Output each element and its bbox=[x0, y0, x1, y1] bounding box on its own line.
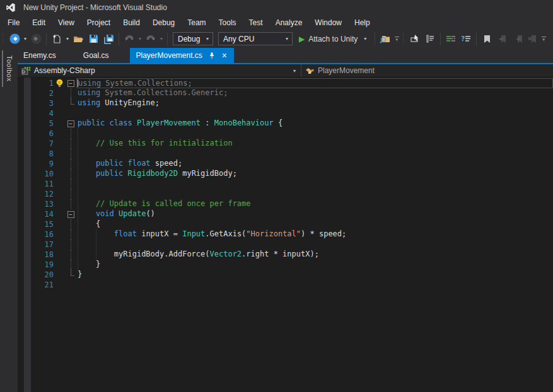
code-line[interactable]: 7 // Use this for initialization bbox=[18, 139, 553, 149]
code-text[interactable]: float inputX = Input.GetAxis("Horizontal… bbox=[76, 229, 553, 239]
code-line[interactable]: 9 public float speed; bbox=[18, 159, 553, 169]
member-dropdown-value: PlayerMovement bbox=[318, 66, 375, 75]
project-dropdown[interactable]: Assembly-CSharp ▾ bbox=[18, 64, 301, 77]
code-line[interactable]: 15 { bbox=[18, 219, 553, 229]
code-token: myRigidBody.AddForce( bbox=[78, 250, 210, 258]
toolbar-overflow-icon[interactable]: ▾ bbox=[540, 37, 547, 41]
menu-item-help[interactable]: Help bbox=[348, 16, 376, 29]
forward-icon[interactable] bbox=[29, 32, 43, 46]
toolbox-tab[interactable]: Toolbox bbox=[2, 50, 15, 87]
code-line[interactable]: 21 bbox=[18, 280, 553, 290]
undo-dropdown-caret[interactable]: ▾ bbox=[137, 36, 143, 42]
collapse-region-icon[interactable]: − bbox=[67, 211, 74, 218]
toolbar-grip[interactable] bbox=[2, 33, 4, 45]
undo-icon[interactable] bbox=[122, 32, 136, 46]
menu-item-debug[interactable]: Debug bbox=[146, 16, 181, 29]
code-line[interactable]: 18 myRigidBody.AddForce(Vector2.right * … bbox=[18, 250, 553, 260]
code-line[interactable]: 10 public Rigidbody2D myRigidBody; bbox=[18, 169, 553, 179]
close-icon[interactable]: × bbox=[220, 52, 229, 59]
code-line[interactable]: 6 bbox=[18, 129, 553, 139]
menu-item-team[interactable]: Team bbox=[181, 16, 212, 29]
next-bookmark-icon[interactable] bbox=[510, 32, 524, 46]
document-tab-goal-cs[interactable]: Goal.cs bbox=[78, 48, 131, 63]
code-text[interactable] bbox=[76, 129, 553, 139]
code-editor[interactable]: 1π−using System.Collections;2using Syste… bbox=[18, 78, 553, 392]
solution-platform-combo[interactable]: Any CPU ▾ bbox=[218, 32, 293, 45]
menu-item-window[interactable]: Window bbox=[308, 16, 348, 29]
code-text[interactable]: } bbox=[76, 260, 553, 270]
code-line[interactable]: 11 bbox=[18, 179, 553, 189]
code-text[interactable] bbox=[76, 189, 553, 199]
code-line[interactable]: 5−public class PlayerMovement : MonoBeha… bbox=[18, 118, 553, 129]
code-line[interactable]: 4 bbox=[18, 108, 553, 118]
collapse-region-icon[interactable]: − bbox=[67, 120, 74, 127]
code-text[interactable] bbox=[76, 239, 553, 250]
code-line[interactable]: 20} bbox=[18, 270, 553, 280]
back-icon[interactable] bbox=[8, 32, 21, 46]
menu-item-tools[interactable]: Tools bbox=[212, 16, 243, 29]
code-text[interactable]: public Rigidbody2D myRigidBody; bbox=[76, 169, 553, 179]
menu-item-edit[interactable]: Edit bbox=[26, 16, 52, 29]
code-text[interactable] bbox=[76, 108, 553, 118]
parameter-info-icon[interactable] bbox=[423, 32, 437, 46]
code-text[interactable]: // Use this for initialization bbox=[76, 139, 553, 149]
code-text[interactable]: myRigidBody.AddForce(Vector2.right * inp… bbox=[76, 250, 553, 260]
code-text[interactable] bbox=[76, 280, 553, 290]
menu-item-build[interactable]: Build bbox=[117, 16, 146, 29]
code-line[interactable]: 12 bbox=[18, 189, 553, 199]
document-tab-enemy-cs[interactable]: Enemy.cs bbox=[18, 48, 78, 63]
outline-line bbox=[71, 219, 71, 229]
pin-icon[interactable] bbox=[209, 52, 215, 59]
code-text[interactable]: void Update() bbox=[76, 209, 553, 219]
member-list-icon[interactable] bbox=[408, 32, 422, 46]
redo-icon[interactable] bbox=[144, 32, 158, 46]
toggle-bookmark-icon[interactable] bbox=[480, 32, 494, 46]
new-file-dropdown-caret[interactable]: ▾ bbox=[64, 36, 71, 42]
clear-bookmarks-icon[interactable] bbox=[525, 32, 539, 46]
solution-configuration-combo[interactable]: Debug ▾ bbox=[173, 32, 213, 45]
code-line[interactable]: 17 bbox=[18, 239, 553, 250]
lightbulb-icon[interactable]: π bbox=[54, 79, 65, 88]
code-text[interactable]: using System.Collections.Generic; bbox=[76, 88, 553, 98]
document-tab-playermovement-cs[interactable]: PlayerMovement.cs× bbox=[130, 48, 233, 63]
back-dropdown-caret[interactable]: ▾ bbox=[22, 36, 28, 42]
code-text[interactable]: public float speed; bbox=[76, 159, 553, 169]
code-text[interactable] bbox=[76, 149, 553, 159]
code-text[interactable]: using UnityEngine; bbox=[76, 98, 553, 108]
new-file-icon[interactable] bbox=[50, 32, 64, 46]
save-all-icon[interactable] bbox=[102, 32, 115, 46]
menu-item-project[interactable]: Project bbox=[81, 16, 117, 29]
quick-info-icon[interactable]: ? bbox=[459, 32, 473, 46]
code-text-current-line[interactable]: using System.Collections; bbox=[76, 78, 553, 88]
menu-item-test[interactable]: Test bbox=[243, 16, 269, 29]
word-completion-icon[interactable] bbox=[444, 32, 458, 46]
prev-bookmark-icon[interactable] bbox=[495, 32, 509, 46]
menu-item-file[interactable]: File bbox=[1, 16, 26, 29]
collapse-region-icon[interactable]: − bbox=[67, 80, 74, 87]
code-text[interactable]: } bbox=[76, 270, 553, 280]
code-line[interactable]: 16 float inputX = Input.GetAxis("Horizon… bbox=[18, 229, 553, 239]
save-icon[interactable] bbox=[86, 32, 100, 46]
code-line[interactable]: 1π−using System.Collections; bbox=[18, 78, 553, 88]
menu-item-view[interactable]: View bbox=[52, 16, 81, 29]
code-line[interactable]: 3using UnityEngine; bbox=[18, 98, 553, 108]
toolbar-grip[interactable] bbox=[402, 33, 405, 45]
code-line[interactable]: 13 // Update is called once per frame bbox=[18, 199, 553, 209]
open-folder-icon[interactable] bbox=[71, 32, 85, 46]
redo-dropdown-caret[interactable]: ▾ bbox=[158, 36, 165, 42]
toolbar-overflow-icon[interactable]: ▾ bbox=[393, 37, 400, 41]
code-text[interactable]: { bbox=[76, 219, 553, 229]
find-in-files-icon[interactable] bbox=[378, 32, 392, 46]
code-line[interactable]: 8 bbox=[18, 149, 553, 159]
tab-label: Goal.cs bbox=[83, 51, 109, 60]
code-text[interactable] bbox=[76, 179, 553, 189]
member-dropdown[interactable]: PlayerMovement bbox=[301, 64, 553, 77]
attach-dropdown-caret[interactable]: ▾ bbox=[362, 36, 368, 42]
menu-item-analyze[interactable]: Analyze bbox=[269, 16, 309, 29]
attach-to-unity-button[interactable]: ▶ Attach to Unity ▾ bbox=[299, 35, 368, 43]
code-line[interactable]: 2using System.Collections.Generic; bbox=[18, 88, 553, 98]
code-text[interactable]: public class PlayerMovement : MonoBehavi… bbox=[76, 118, 553, 129]
code-line[interactable]: 14− void Update() bbox=[18, 209, 553, 219]
code-text[interactable]: // Update is called once per frame bbox=[76, 199, 553, 209]
code-line[interactable]: 19 } bbox=[18, 260, 553, 270]
